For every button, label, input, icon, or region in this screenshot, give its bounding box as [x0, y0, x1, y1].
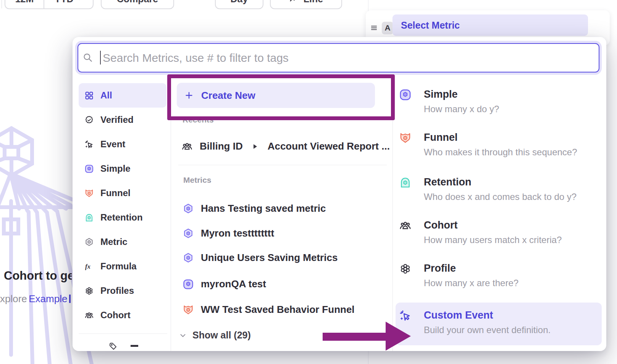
compare-button[interactable]: Compare — [101, 0, 174, 9]
sidebar-item-all[interactable]: All — [79, 83, 166, 108]
explore-prefix: xplore — [0, 293, 27, 304]
sidebar-item-label: Verified — [100, 114, 134, 125]
tag-icon — [108, 342, 118, 351]
recents-divider — [178, 165, 387, 165]
headline-text: Cohort to ge — [4, 269, 72, 283]
type-row-simple[interactable]: SimpleHow many x do y? — [399, 89, 499, 114]
metric-row-ww-funnel[interactable]: WW Test Saved Behavior Funnel — [183, 304, 355, 316]
recent-item-right: Account Viewed Report ... — [268, 140, 390, 152]
sidebar-item-cohort[interactable]: Cohort — [79, 303, 166, 327]
search-input[interactable] — [78, 43, 599, 72]
caret-down-icon — [76, 0, 83, 2]
type-desc: Who makes it through this sequence? — [424, 147, 577, 158]
granularity-day-button[interactable]: Day — [215, 0, 263, 9]
sidebar-item-partial[interactable] — [108, 342, 162, 351]
type-name: Funnel — [424, 132, 577, 143]
metric-name: WW Test Saved Behavior Funnel — [201, 304, 355, 316]
metric-hexagon-icon — [84, 237, 94, 247]
range-ytd-label: YTD — [55, 0, 74, 5]
custom-event-sparkle-icon — [399, 309, 412, 322]
sidebar-item-label: Retention — [100, 212, 143, 223]
event-sparkle-cursor-icon — [84, 140, 94, 149]
type-name: Custom Event — [424, 309, 551, 321]
funnel-icon — [399, 132, 412, 144]
metric-name: Unique Users Saving Metrics — [201, 252, 338, 264]
background-headline: Cohort to ge — [0, 269, 72, 283]
simple-metric-icon — [183, 279, 194, 290]
range-12m-button[interactable]: 12M — [5, 0, 44, 5]
type-name: Simple — [424, 89, 499, 100]
metric-row-hans[interactable]: Hans Testing saved metric — [183, 203, 326, 214]
search-icon — [82, 52, 93, 63]
metric-row-myron[interactable]: Myron testttttttt — [183, 227, 274, 239]
chart-type-line-button[interactable]: Line — [270, 0, 342, 9]
simple-metric-icon — [399, 89, 412, 101]
series-badge: A — [382, 22, 393, 34]
metric-row-unique-users[interactable]: Unique Users Saving Metrics — [183, 252, 338, 264]
date-range-group: 12M YTD — [5, 0, 94, 9]
sidebar-item-label: Profiles — [100, 285, 134, 296]
metrics-heading: Metrics — [183, 176, 212, 185]
sidebar-item-simple[interactable]: Simple — [79, 156, 166, 181]
retention-icon — [399, 176, 412, 189]
grid-icon — [84, 91, 94, 100]
background-explore-line: xplore Example — [0, 293, 72, 305]
metric-hexagon-icon — [183, 252, 194, 264]
explore-example-link[interactable]: Example — [29, 293, 67, 304]
metric-name: myronQA test — [201, 278, 266, 290]
line-chart-icon — [289, 0, 299, 4]
drag-handle-icon[interactable] — [370, 24, 378, 32]
partial-label-fragment — [131, 345, 138, 347]
formula-fx-icon: fx — [84, 262, 94, 271]
svg-text:fx: fx — [85, 263, 90, 270]
sidebar-item-retention[interactable]: Retention — [79, 205, 166, 230]
toolbar-left-edge — [2, 0, 2, 8]
type-row-funnel[interactable]: FunnelWho makes it through this sequence… — [399, 132, 577, 158]
sidebar-item-label: Formula — [100, 261, 137, 272]
recent-item-row[interactable]: Billing IDAccount Viewed Report ... — [181, 140, 390, 152]
metric-row-myronqa[interactable]: myronQA test — [183, 278, 266, 290]
sidebar-item-label: Event — [100, 139, 125, 150]
type-desc: How many x are there? — [424, 278, 518, 288]
cohort-people-icon — [84, 311, 94, 320]
type-row-retention[interactable]: RetentionWho does x and comes back to do… — [399, 176, 577, 202]
sidebar-item-profiles[interactable]: Profiles — [79, 279, 166, 303]
type-row-cohort[interactable]: CohortHow many users match x criteria? — [399, 219, 562, 245]
range-ytd-button[interactable]: YTD — [44, 0, 93, 5]
verified-seal-icon — [84, 115, 94, 125]
compare-label: Compare — [117, 0, 158, 5]
type-desc: Who does x and comes back to do y? — [424, 192, 577, 202]
chevron-down-icon — [179, 331, 187, 340]
day-label: Day — [231, 0, 248, 5]
type-desc: Build your own event definition. — [424, 325, 551, 335]
sidebar-item-label: All — [100, 90, 112, 101]
sidebar-item-formula[interactable]: fx Formula — [79, 254, 166, 279]
line-label: Line — [304, 0, 323, 5]
retention-icon — [84, 213, 94, 222]
sidebar-item-event[interactable]: Event — [79, 132, 166, 156]
sidebar-bottom-divider — [79, 333, 167, 334]
sidebar-item-label: Metric — [100, 237, 128, 247]
type-row-custom-event[interactable]: Custom Event Build your own event defini… — [396, 303, 602, 345]
metric-hexagon-icon — [183, 228, 194, 239]
app-stage: Cohort to ge xplore Example 12M YTD Comp… — [0, 0, 617, 364]
show-all-toggle[interactable]: Show all (29) — [179, 330, 251, 341]
sidebar-item-funnel[interactable]: Funnel — [79, 181, 166, 205]
funnel-icon — [84, 188, 94, 198]
type-name: Profile — [424, 263, 518, 274]
select-metric-chip[interactable]: Select Metric — [392, 14, 588, 36]
cohort-people-icon — [181, 141, 193, 152]
sidebar-item-label: Cohort — [100, 310, 131, 321]
recent-item-left: Billing ID — [200, 140, 243, 152]
sidebar-item-verified[interactable]: Verified — [79, 108, 166, 132]
simple-metric-icon — [84, 164, 94, 174]
type-row-profile[interactable]: ProfileHow many x are there? — [399, 263, 518, 288]
type-name: Cohort — [424, 219, 562, 231]
sidebar-item-metric[interactable]: Metric — [79, 230, 166, 254]
funnel-icon — [183, 304, 194, 316]
explore-clipped-letter — [69, 295, 71, 303]
text-cursor — [100, 51, 101, 64]
metric-hexagon-icon — [183, 203, 194, 214]
breadcrumb-arrow-icon — [254, 144, 257, 149]
sidebar-item-label: Simple — [100, 163, 131, 174]
